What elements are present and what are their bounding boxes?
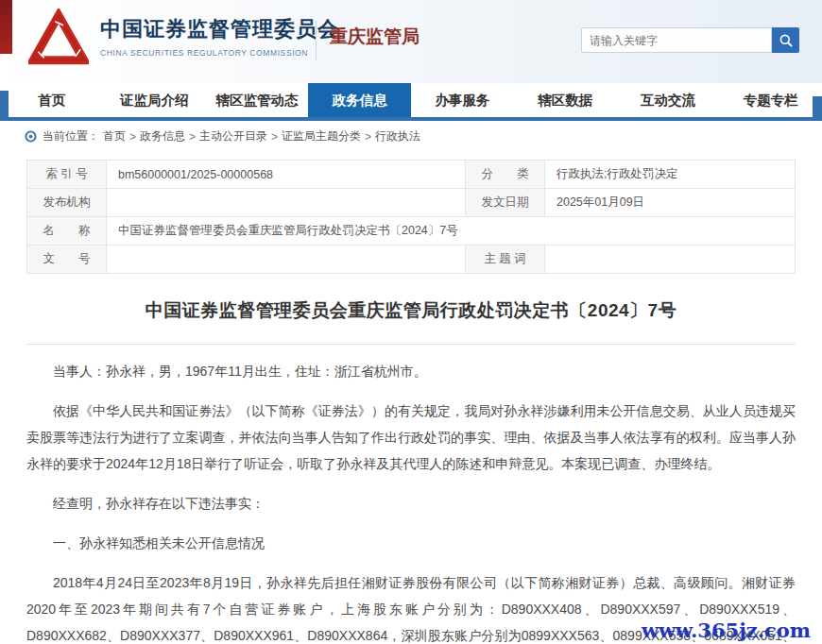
nav-item-special-columns[interactable]: 专题专栏: [719, 83, 822, 117]
paragraph-findings-intro: 经查明，孙永祥存在以下违法事实：: [26, 490, 796, 517]
breadcrumb-item-enforcement[interactable]: 行政执法: [375, 128, 420, 144]
nav-edge-decoration-right: [813, 96, 822, 121]
branch-name: 重庆监管局: [330, 25, 420, 49]
doc-number-label: 文 号: [27, 246, 107, 274]
nav-item-regional-supervision[interactable]: 辖区监管动态: [206, 83, 309, 117]
doc-number-value: [107, 246, 466, 274]
issuing-agency-label: 发布机构: [27, 189, 107, 217]
nav-edge-decoration-left: [0, 91, 9, 119]
page-title: 中国证券监督管理委员会重庆监管局行政处罚决定书〔2024〕7号: [26, 298, 796, 323]
keywords-label: 主 题 词: [466, 246, 545, 274]
search-button[interactable]: [772, 27, 799, 53]
breadcrumb-separator: >: [365, 130, 371, 144]
name-label: 名 称: [27, 217, 107, 246]
org-title-block: 中国证券监督管理委员会 CHINA SECURITIES REGULATORY …: [100, 15, 339, 58]
search-area: [581, 27, 799, 53]
org-name-english: CHINA SECURITIES REGULATORY COMMISSION: [100, 48, 339, 58]
table-row: 文 号 主 题 词: [27, 246, 796, 274]
issue-date-value: 2025年01月09日: [545, 189, 796, 217]
index-number-value: bm56000001/2025-00000568: [107, 161, 466, 189]
document-meta-table: 索 引 号 bm56000001/2025-00000568 分 类 行政执法;…: [26, 160, 796, 274]
csrc-logo-icon: [28, 8, 89, 71]
index-number-label: 索 引 号: [27, 161, 107, 189]
table-row: 索 引 号 bm56000001/2025-00000568 分 类 行政执法;…: [27, 161, 796, 189]
location-pin-icon: [25, 130, 37, 143]
header-divider: [316, 21, 317, 60]
name-value: 中国证券监督管理委员会重庆监管局行政处罚决定书〔2024〕7号: [107, 217, 796, 246]
nav-item-services[interactable]: 办事服务: [411, 83, 514, 117]
nav-item-home[interactable]: 首页: [0, 83, 103, 117]
keywords-value: [545, 246, 796, 274]
breadcrumb: 当前位置： 首页 > 政务信息 > 主动公开目录 > 证监局主题分类 > 行政执…: [0, 121, 822, 150]
paragraph-party-info: 当事人：孙永祥，男，1967年11月出生，住址：浙江省杭州市。: [26, 358, 796, 384]
nav-item-bureau-intro[interactable]: 证监局介绍: [103, 83, 206, 117]
breadcrumb-separator: >: [271, 130, 278, 144]
nav-item-interaction[interactable]: 互动交流: [617, 83, 720, 117]
search-icon: [779, 33, 794, 48]
org-name: 中国证券监督管理委员会: [100, 15, 339, 43]
watermark: www.365jz.com: [642, 619, 811, 642]
table-row: 发布机构 发文日期 2025年01月09日: [27, 189, 796, 217]
breadcrumb-separator: >: [129, 130, 136, 144]
page: { "header": { "org_name": "中国证券监督管理委员会",…: [0, 0, 822, 644]
paragraph-legal-basis: 依据《中华人民共和国证券法》（以下简称《证券法》）的有关规定，我局对孙永祥涉嫌利…: [26, 398, 796, 477]
site-header: 中国证券监督管理委员会 CHINA SECURITIES REGULATORY …: [0, 0, 822, 83]
red-edge-decoration: [0, 0, 12, 54]
breadcrumb-item-gov-info[interactable]: 政务信息: [140, 128, 185, 144]
issue-date-label: 发文日期: [466, 189, 545, 217]
main-nav: 首页 证监局介绍 辖区监管动态 政务信息 办事服务 辖区数据 互动交流 专题专栏: [0, 83, 822, 121]
main-content: 索 引 号 bm56000001/2025-00000568 分 类 行政执法;…: [0, 160, 822, 644]
document-body: 当事人：孙永祥，男，1967年11月出生，住址：浙江省杭州市。 依据《中华人民共…: [26, 358, 796, 644]
breadcrumb-item-topic-category[interactable]: 证监局主题分类: [282, 128, 361, 144]
table-row: 名 称 中国证券监督管理委员会重庆监管局行政处罚决定书〔2024〕7号: [27, 217, 796, 246]
breadcrumb-item-open-catalog[interactable]: 主动公开目录: [199, 128, 267, 144]
breadcrumb-prefix: 当前位置：: [43, 128, 99, 144]
nav-item-gov-info[interactable]: 政务信息: [308, 83, 411, 117]
category-value: 行政执法;行政处罚决定: [545, 161, 796, 189]
breadcrumb-separator: >: [189, 130, 196, 144]
title-divider: [26, 344, 796, 345]
breadcrumb-item-home[interactable]: 首页: [103, 128, 126, 144]
issuing-agency-value: [107, 189, 466, 217]
nav-item-regional-data[interactable]: 辖区数据: [514, 83, 617, 117]
search-input[interactable]: [581, 27, 772, 53]
paragraph-section-heading: 一、孙永祥知悉相关未公开信息情况: [26, 530, 796, 556]
category-label: 分 类: [466, 161, 545, 189]
